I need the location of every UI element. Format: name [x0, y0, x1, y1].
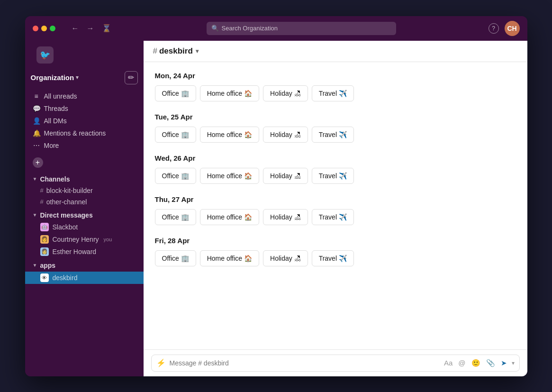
sidebar-item-all-unreads[interactable]: ≡ All unreads	[25, 90, 144, 102]
help-button[interactable]: ?	[489, 23, 499, 34]
sidebar-item-label: More	[44, 142, 59, 149]
travel-button-wed[interactable]: Travel ✈️	[312, 168, 354, 184]
chat-icon: 💬	[33, 105, 40, 112]
nav-buttons: ← → ⌛	[69, 22, 114, 35]
titlebar: ← → ⌛ 🔍 Search Organization ? CH	[25, 16, 527, 41]
sidebar-item-courtney[interactable]: 👩 Courtney Henry you	[25, 233, 144, 246]
input-actions: Aa @ 🙂 📎 ➤ ▾	[443, 358, 515, 368]
day-section-thu: Thu, 27 Apr Office 🏢 Home office 🏠 Holid…	[155, 195, 516, 225]
button-row-fri: Office 🏢 Home office 🏠 Holiday 🏖 Travel …	[155, 250, 516, 266]
workspace-dropdown-icon: ▾	[76, 74, 79, 81]
compose-button[interactable]: ✏	[125, 71, 138, 84]
app-window: ← → ⌛ 🔍 Search Organization ? CH 🐦 Organ…	[25, 16, 527, 376]
office-button-wed[interactable]: Office 🏢	[155, 168, 196, 184]
button-row-mon: Office 🏢 Home office 🏠 Holiday 🏖 Travel …	[155, 85, 516, 101]
channel-header: # deskbird ▾	[144, 41, 527, 62]
home-office-button-wed[interactable]: Home office 🏠	[200, 168, 259, 184]
office-button-mon[interactable]: Office 🏢	[155, 85, 196, 101]
forward-button[interactable]: →	[84, 22, 97, 35]
holiday-button-mon[interactable]: Holiday 🏖	[263, 85, 308, 101]
dm-name: Esther Howard	[53, 248, 97, 255]
travel-button-mon[interactable]: Travel ✈️	[312, 85, 354, 101]
send-button[interactable]: ➤	[500, 358, 508, 368]
sidebar-item-label: Threads	[44, 105, 68, 112]
dm-name: Courtney Henry	[53, 236, 99, 243]
day-label-mon: Mon, 24 Apr	[155, 72, 516, 80]
channel-dropdown-icon[interactable]: ▾	[196, 48, 199, 55]
send-dropdown-button[interactable]: ▾	[512, 360, 515, 366]
day-section-tue: Tue, 25 Apr Office 🏢 Home office 🏠 Holid…	[155, 113, 516, 143]
holiday-button-wed[interactable]: Holiday 🏖	[263, 168, 308, 184]
more-icon: ⋯	[33, 142, 40, 149]
channels-arrow-icon: ▼	[33, 176, 37, 182]
channel-title: # deskbird ▾	[153, 46, 199, 56]
mention-button[interactable]: @	[457, 358, 466, 368]
minimize-button[interactable]	[41, 26, 47, 31]
office-button-fri[interactable]: Office 🏢	[155, 250, 196, 266]
sidebar-item-esther[interactable]: 👩 Esther Howard	[25, 246, 144, 258]
home-office-button-thu[interactable]: Home office 🏠	[200, 209, 259, 225]
user-avatar[interactable]: CH	[505, 21, 520, 36]
traffic-lights	[33, 26, 55, 31]
day-label-tue: Tue, 25 Apr	[155, 113, 516, 121]
sidebar-item-deskbird[interactable]: 👁 deskbird	[25, 272, 144, 284]
sidebar-item-label: All unreads	[44, 92, 77, 100]
day-section-mon: Mon, 24 Apr Office 🏢 Home office 🏠 Holid…	[155, 72, 516, 101]
attachment-button[interactable]: 📎	[485, 358, 496, 368]
sidebar-nav: ≡ All unreads 💬 Threads 👤 All DMs 🔔 Ment…	[25, 88, 144, 154]
sidebar-item-block-kit-builder[interactable]: # block-kit-builder	[25, 185, 144, 196]
esther-avatar: 👩	[40, 247, 49, 256]
home-office-button-mon[interactable]: Home office 🏠	[200, 85, 259, 101]
office-button-tue[interactable]: Office 🏢	[155, 127, 196, 143]
text-format-button[interactable]: Aa	[443, 358, 453, 368]
history-button[interactable]: ⌛	[99, 22, 114, 35]
day-label-wed: Wed, 26 Apr	[155, 154, 516, 162]
button-row-wed: Office 🏢 Home office 🏠 Holiday 🏖 Travel …	[155, 168, 516, 184]
sidebar-item-all-dms[interactable]: 👤 All DMs	[25, 115, 144, 127]
travel-button-fri[interactable]: Travel ✈️	[312, 250, 354, 266]
fullscreen-button[interactable]	[50, 26, 55, 31]
travel-button-thu[interactable]: Travel ✈️	[312, 209, 354, 225]
mention-icon: 🔔	[33, 129, 40, 137]
search-icon: 🔍	[211, 25, 219, 32]
message-input-area: ⚡ Aa @ 🙂 📎 ➤ ▾	[144, 349, 527, 376]
sidebar-item-slackbot[interactable]: 🤖 Slackbot	[25, 221, 144, 233]
close-button[interactable]	[33, 26, 38, 31]
channel-hash: #	[153, 46, 157, 56]
day-section-fri: Fri, 28 Apr Office 🏢 Home office 🏠 Holid…	[155, 237, 516, 266]
deskbird-avatar: 👁	[40, 273, 49, 282]
office-button-thu[interactable]: Office 🏢	[155, 209, 196, 225]
apps-section-label: apps	[40, 262, 55, 269]
dm-section-header[interactable]: ▼ Direct messages	[25, 208, 144, 221]
sidebar-item-other-channel[interactable]: # other-channel	[25, 196, 144, 208]
channel-name: other-channel	[46, 198, 87, 206]
search-bar[interactable]: 🔍 Search Organization	[207, 22, 396, 35]
dm-name: Slackbot	[53, 223, 78, 231]
holiday-button-tue[interactable]: Holiday 🏖	[263, 127, 308, 143]
dm-icon: 👤	[33, 117, 40, 125]
holiday-button-fri[interactable]: Holiday 🏖	[263, 250, 308, 266]
messages-area: Mon, 24 Apr Office 🏢 Home office 🏠 Holid…	[144, 62, 527, 349]
channel-name: block-kit-builder	[46, 187, 93, 194]
sidebar-item-mentions[interactable]: 🔔 Mentions & reactions	[25, 127, 144, 139]
emoji-button[interactable]: 🙂	[471, 358, 481, 368]
hash-icon: #	[40, 187, 44, 194]
sidebar-item-threads[interactable]: 💬 Threads	[25, 102, 144, 115]
dm-section-label: Direct messages	[40, 211, 92, 219]
main-layout: 🐦 Organization ▾ ✏ ≡ All unreads 💬 Threa…	[25, 41, 527, 376]
search-placeholder: Search Organization	[222, 25, 278, 32]
courtney-avatar: 👩	[40, 235, 49, 244]
back-button[interactable]: ←	[69, 22, 82, 35]
day-section-wed: Wed, 26 Apr Office 🏢 Home office 🏠 Holid…	[155, 154, 516, 184]
apps-section-header[interactable]: ▼ apps	[25, 258, 144, 271]
sidebar-item-more[interactable]: ⋯ More	[25, 139, 144, 152]
travel-button-tue[interactable]: Travel ✈️	[312, 127, 354, 143]
add-button[interactable]: +	[33, 157, 43, 168]
day-label-fri: Fri, 28 Apr	[155, 237, 516, 245]
home-office-button-tue[interactable]: Home office 🏠	[200, 127, 259, 143]
holiday-button-thu[interactable]: Holiday 🏖	[263, 209, 308, 225]
channels-section-header[interactable]: ▼ Channels	[25, 172, 144, 185]
message-input[interactable]	[170, 359, 439, 367]
home-office-button-fri[interactable]: Home office 🏠	[200, 250, 259, 266]
list-icon: ≡	[33, 92, 40, 100]
